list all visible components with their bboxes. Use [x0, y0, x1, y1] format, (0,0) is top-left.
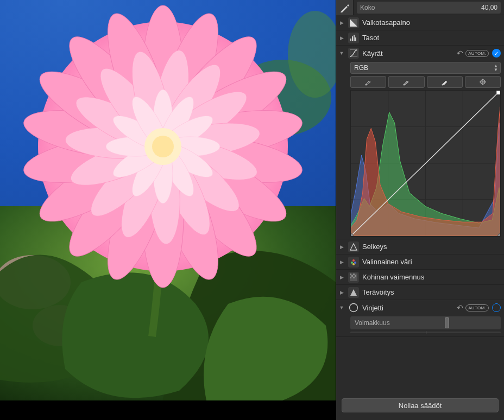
panel-label: Käyrät — [362, 49, 457, 58]
add-point-button[interactable] — [465, 76, 501, 88]
svg-rect-81 — [355, 275, 356, 277]
slider-track[interactable] — [393, 316, 496, 329]
vignette-body: Voimakkuus — [336, 315, 504, 337]
panel-selective-color[interactable]: ▶ Valinnainen väri — [336, 254, 504, 270]
panel-label: Kohinan vaimennus — [362, 273, 501, 281]
sharpen-icon — [348, 287, 359, 298]
curves-picker-bar — [350, 76, 501, 88]
svg-rect-78 — [350, 273, 351, 275]
svg-rect-83 — [353, 277, 355, 278]
slider-label: Voimakkuus — [355, 319, 390, 327]
panel-label: Terävöitys — [362, 288, 501, 296]
disclosure-closed-icon: ▶ — [338, 35, 345, 41]
disclosure-closed-icon: ▶ — [338, 290, 345, 295]
svg-rect-56 — [354, 35, 355, 41]
enabled-checkbox[interactable]: ✓ — [492, 49, 501, 58]
svg-rect-55 — [352, 36, 353, 41]
svg-point-73 — [352, 259, 355, 262]
vignette-secondary-track[interactable] — [350, 332, 501, 333]
revert-button[interactable]: ↶ — [457, 49, 463, 58]
reset-label: Nollaa säädöt — [399, 402, 442, 410]
svg-rect-80 — [351, 275, 353, 277]
curves-channel-select[interactable]: RGB ▲▼ — [350, 62, 501, 74]
curves-channel-value: RGB — [354, 64, 368, 72]
panel-curves[interactable]: ▼ Käyrät ↶ AUTOM. ✓ — [336, 46, 504, 61]
levels-icon — [348, 33, 359, 43]
panel-definition[interactable]: ▶ Selkeys — [336, 239, 504, 254]
svg-point-53 — [152, 136, 174, 157]
black-point-picker[interactable] — [350, 76, 386, 88]
photo-preview — [0, 0, 336, 400]
svg-rect-72 — [496, 91, 500, 94]
white-point-picker[interactable] — [427, 76, 463, 88]
panel-label: Tasot — [362, 34, 501, 42]
select-caret-icon: ▲▼ — [494, 64, 498, 72]
svg-point-60 — [404, 84, 405, 86]
panel-label: Selkeys — [362, 243, 501, 251]
definition-icon — [348, 241, 359, 252]
noise-reduction-icon — [348, 272, 359, 283]
panel-noise-reduction[interactable]: ▶ Kohinan vaimennus — [336, 270, 504, 285]
panel-label: Valinnainen väri — [362, 258, 501, 266]
curves-body: RGB ▲▼ — [336, 61, 504, 239]
gray-point-picker[interactable] — [388, 76, 424, 88]
panel-white-balance[interactable]: ▶ Valkotasapaino — [336, 15, 504, 30]
svg-point-84 — [350, 304, 358, 312]
panel-label: Vinjetti — [362, 304, 457, 312]
svg-rect-79 — [353, 273, 355, 275]
curves-histogram[interactable] — [350, 90, 501, 237]
adjustments-sidebar: Koko 40,00 ▶ Valkotasapaino ▶ Tasot ▼ Kä… — [336, 0, 504, 420]
image-canvas[interactable] — [0, 0, 336, 420]
panel-sharpen[interactable]: ▶ Terävöitys — [336, 285, 504, 300]
svg-point-76 — [352, 263, 355, 265]
retouch-size-value: 40,00 — [481, 4, 497, 11]
disclosure-open-icon: ▼ — [338, 50, 345, 56]
vignette-icon — [348, 302, 359, 313]
auto-button[interactable]: AUTOM. — [465, 304, 489, 311]
disclosure-open-icon: ▼ — [338, 305, 345, 310]
curves-icon — [348, 48, 359, 59]
vignette-strength-slider[interactable]: Voimakkuus — [350, 316, 501, 329]
revert-button[interactable]: ↶ — [457, 303, 463, 312]
disclosure-closed-icon: ▶ — [338, 244, 345, 250]
svg-point-59 — [366, 84, 367, 86]
selective-color-icon — [348, 257, 359, 268]
auto-button[interactable]: AUTOM. — [465, 50, 489, 57]
reset-adjustments-button[interactable]: Nollaa säädöt — [342, 398, 499, 412]
slider-thumb[interactable] — [445, 317, 449, 328]
retouch-size-label: Koko — [360, 4, 375, 11]
svg-point-74 — [351, 262, 353, 264]
disclosure-closed-icon: ▶ — [338, 20, 345, 26]
panel-label: Valkotasapaino — [362, 18, 501, 27]
enabled-checkbox[interactable] — [492, 303, 501, 312]
disclosure-closed-icon: ▶ — [338, 259, 345, 265]
panel-levels[interactable]: ▶ Tasot — [336, 30, 504, 46]
disclosure-closed-icon: ▶ — [338, 275, 345, 280]
curve-white-handle[interactable] — [497, 233, 501, 237]
svg-rect-82 — [350, 277, 351, 278]
svg-rect-57 — [355, 37, 356, 41]
retouch-tool-button[interactable] — [336, 0, 354, 15]
white-balance-icon — [348, 17, 359, 28]
svg-point-75 — [354, 262, 356, 264]
retouch-size-row: Koko 40,00 — [336, 0, 504, 15]
retouch-size-field[interactable]: Koko 40,00 — [357, 2, 501, 14]
svg-point-61 — [442, 84, 443, 86]
panel-vignette[interactable]: ▼ Vinjetti ↶ AUTOM. — [336, 300, 504, 315]
svg-rect-54 — [350, 39, 351, 41]
